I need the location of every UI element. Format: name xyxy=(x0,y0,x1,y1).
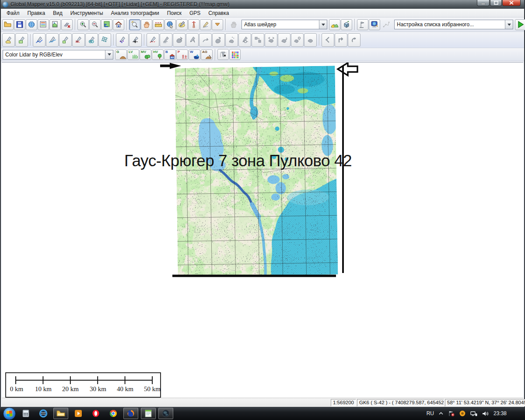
scale-label: 10 km xyxy=(31,385,56,393)
menu-view[interactable]: Вид xyxy=(49,9,66,17)
path-profile-button[interactable] xyxy=(357,19,368,30)
lidar-filter-button[interactable] xyxy=(217,49,229,60)
start-button[interactable] xyxy=(3,407,16,420)
menu-terrain-analysis[interactable]: Анализ топографии xyxy=(107,9,163,17)
combine-features-button-disabled[interactable] xyxy=(212,33,225,47)
pan-tool-button[interactable] xyxy=(141,19,152,30)
layers-window-icon xyxy=(39,21,47,28)
lidar-ground-button[interactable]: G xyxy=(115,49,127,60)
create-buffer-button[interactable] xyxy=(85,33,98,47)
tray-expand-icon[interactable] xyxy=(439,412,443,415)
shader-combo-dropdown[interactable] xyxy=(319,20,327,29)
menu-help[interactable]: Справка xyxy=(204,9,233,17)
maximize-button[interactable] xyxy=(490,0,502,6)
taskbar-opera[interactable] xyxy=(88,408,103,419)
configuration-button[interactable] xyxy=(61,19,73,30)
taskbar-chrome[interactable] xyxy=(106,408,121,419)
zoom-tool-button[interactable] xyxy=(129,19,140,30)
cut-feature-button-disabled[interactable] xyxy=(186,33,199,47)
tray-app-icon[interactable] xyxy=(459,410,466,416)
lidar-combo[interactable]: Color Lidar by RGB/Elev xyxy=(3,50,113,60)
previous-vertex-button-disabled[interactable] xyxy=(322,33,334,47)
title-bar[interactable]: Global Mapper v15.0 (b092213) [64-bit] [… xyxy=(1,0,524,9)
control-center-button[interactable] xyxy=(38,19,49,30)
taskbar-internet-explorer[interactable] xyxy=(36,408,51,419)
lidar-combo-dropdown[interactable] xyxy=(105,50,113,59)
network-icon[interactable] xyxy=(470,411,477,416)
menu-file[interactable]: Файл xyxy=(3,9,24,17)
attach-feature-button-disabled[interactable] xyxy=(252,33,264,47)
snap-vertices-button-disabled[interactable] xyxy=(238,33,251,47)
tools-dropdown-button[interactable] xyxy=(212,19,223,30)
lidar-power-button[interactable]: P xyxy=(176,49,188,60)
close-button[interactable] xyxy=(502,0,521,6)
fly-through-button-disabled[interactable] xyxy=(381,19,392,30)
edit-feature-button-disabled[interactable] xyxy=(160,33,172,47)
3d-display-button[interactable] xyxy=(369,19,380,30)
shift-feature-button-disabled[interactable] xyxy=(265,33,277,47)
3d-view-button[interactable] xyxy=(341,19,352,30)
run-favorite-button[interactable] xyxy=(515,19,525,30)
crop-feature-button-disabled[interactable] xyxy=(199,33,212,47)
create-coded-feature-button[interactable] xyxy=(72,33,85,47)
last-view-button[interactable] xyxy=(113,19,124,30)
split-features-button-disabled[interactable] xyxy=(225,33,238,47)
shader-combo[interactable]: Atlas шейдер xyxy=(242,20,327,29)
create-line-button[interactable] xyxy=(33,33,46,47)
online-data-button[interactable] xyxy=(26,19,37,30)
lidar-color-grid-button[interactable] xyxy=(229,49,241,60)
measure-tool-button[interactable] xyxy=(153,19,164,30)
taskbar-global-mapper[interactable] xyxy=(158,408,173,419)
action-center-flag-icon[interactable] xyxy=(448,410,455,416)
taskbar-media-player[interactable] xyxy=(71,408,86,419)
sketch-tool-button[interactable] xyxy=(200,19,211,30)
shader-options-button[interactable] xyxy=(329,19,340,30)
minimize-button[interactable] xyxy=(477,0,490,6)
taskbar-explorer[interactable] xyxy=(53,408,68,419)
save-workspace-button[interactable] xyxy=(14,19,25,30)
open-file-button[interactable] xyxy=(2,19,14,30)
scale-feature-button-disabled[interactable] xyxy=(291,33,304,47)
create-spline-button[interactable] xyxy=(46,33,59,47)
menu-search[interactable]: Поиск xyxy=(163,9,186,17)
lidar-building-button[interactable]: B xyxy=(164,49,176,60)
favorites-combo[interactable]: Настройка списка избранного... xyxy=(394,20,513,29)
zoom-in-button[interactable] xyxy=(77,19,89,30)
taskbar-calculator[interactable] xyxy=(18,408,33,419)
create-rectangle2-button[interactable] xyxy=(59,33,72,47)
lidar-water-button[interactable]: W xyxy=(189,49,200,60)
lidar-low-veg-button[interactable]: LV xyxy=(127,49,139,60)
favorites-combo-dropdown[interactable] xyxy=(505,20,513,29)
create-grid-button[interactable] xyxy=(98,33,111,47)
create-vertex-button[interactable] xyxy=(129,33,142,47)
smooth-feature-button-disabled[interactable] xyxy=(304,33,317,47)
menu-gps[interactable]: GPS xyxy=(186,9,204,17)
create-area-button[interactable] xyxy=(2,33,15,47)
next-vertex-button-disabled[interactable] xyxy=(335,33,347,47)
clock[interactable]: 23:38 xyxy=(494,410,507,416)
create-range-ring-button[interactable] xyxy=(147,33,159,47)
rotate-feature-button-disabled[interactable] xyxy=(278,33,290,47)
zoom-out-button[interactable] xyxy=(89,19,101,30)
grab-tool-button-disabled[interactable] xyxy=(228,19,239,30)
volume-icon[interactable] xyxy=(482,411,489,416)
lidar-ag-button[interactable]: AG xyxy=(201,49,213,60)
lidar-tool-button[interactable] xyxy=(188,19,200,30)
lidar-med-veg-button[interactable]: MV xyxy=(140,49,151,60)
taskbar-notes-app[interactable] xyxy=(141,408,156,419)
lidar-high-veg-button[interactable]: HV xyxy=(152,49,164,60)
undo-button-disabled[interactable] xyxy=(348,33,360,47)
separator xyxy=(215,49,216,60)
digitizer-tool-button[interactable] xyxy=(176,19,188,30)
language-indicator[interactable]: RU xyxy=(427,410,434,416)
full-extent-button[interactable] xyxy=(101,19,112,30)
taskbar-firefox[interactable] xyxy=(123,408,138,419)
menu-tools[interactable]: Инструменты xyxy=(66,9,107,17)
feature-info-button[interactable] xyxy=(164,19,176,30)
menu-edit[interactable]: Правка xyxy=(24,9,49,17)
overlay-control-button[interactable] xyxy=(49,19,61,30)
create-point-button[interactable] xyxy=(116,33,129,47)
map-canvas[interactable]: Гаус-Крюгер 7 зона Пулково 42 0 km 10 km… xyxy=(2,62,523,398)
move-feature-button-disabled[interactable] xyxy=(173,33,186,47)
create-rectangle-button[interactable] xyxy=(15,33,28,47)
